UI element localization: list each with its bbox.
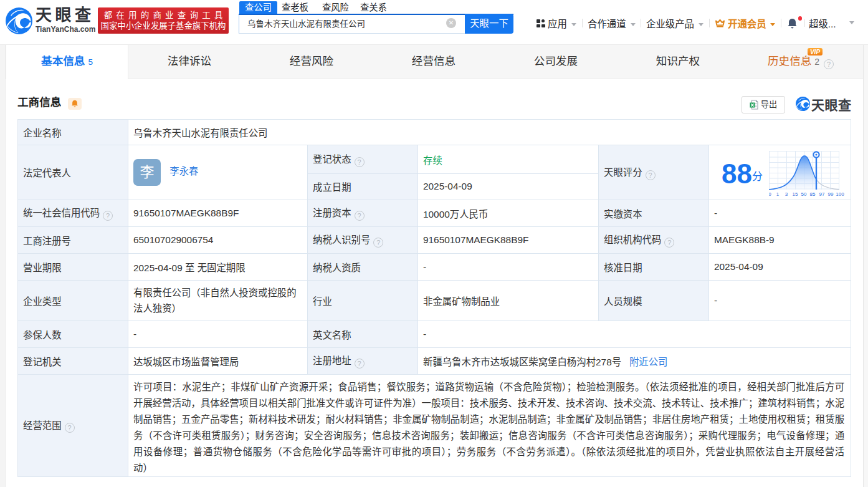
- svg-text:50: 50: [801, 191, 807, 197]
- svg-text:99: 99: [828, 191, 834, 197]
- svg-text:0: 0: [769, 191, 771, 197]
- svg-text:15: 15: [793, 191, 798, 197]
- svg-text:1: 1: [776, 191, 780, 197]
- svg-text:3: 3: [785, 191, 788, 197]
- svg-text:85: 85: [810, 191, 816, 197]
- svg-text:97: 97: [819, 191, 825, 197]
- svg-text:100: 100: [836, 191, 844, 197]
